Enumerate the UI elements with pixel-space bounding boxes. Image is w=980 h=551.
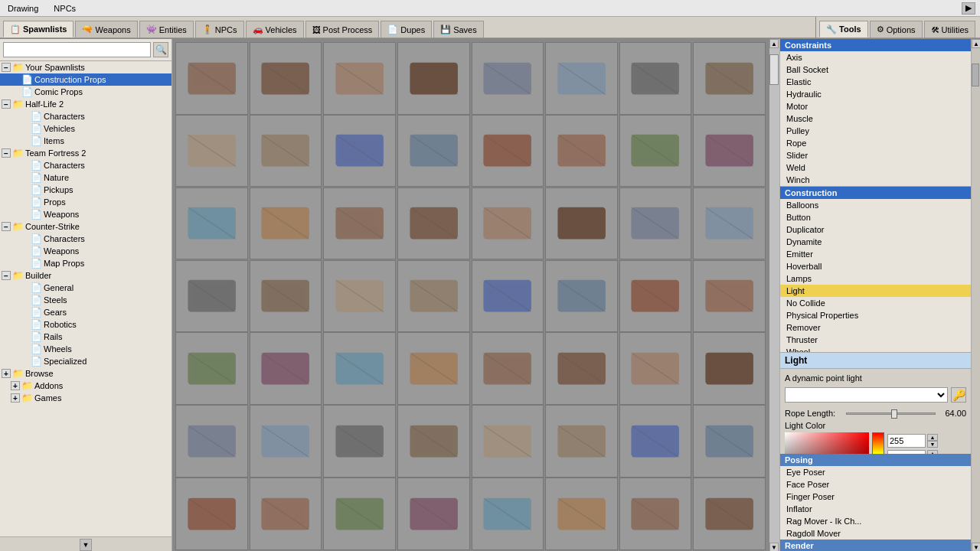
grid-scroll-up[interactable]: ▲ [769, 39, 779, 48]
top-arrow[interactable]: ▶ [962, 2, 975, 15]
tree-item-builder-wheels[interactable]: 📄Wheels [0, 343, 172, 355]
prop-item[interactable] [323, 187, 396, 260]
light-dropdown[interactable] [785, 387, 948, 403]
tree-toggle-browse[interactable]: + [2, 369, 11, 378]
tab-weapons[interactable]: 🔫 Weapons [75, 21, 137, 37]
prop-item[interactable] [619, 42, 692, 115]
search-button[interactable]: 🔍 [153, 42, 168, 57]
tree-item-builder[interactable]: −📁Builder [0, 269, 172, 282]
tab-options[interactable]: ⚙ Options [870, 21, 923, 37]
posing-item-finger-poser[interactable]: Finger Poser [780, 491, 971, 503]
prop-item[interactable] [397, 260, 470, 333]
right-scrollbar[interactable]: ▲ ▼ [971, 39, 980, 551]
constraint-item-pulley[interactable]: Pulley [780, 125, 971, 137]
prop-item[interactable] [175, 260, 248, 333]
tree-item-your-spawnlists[interactable]: −📁Your Spawnlists [0, 61, 172, 73]
prop-item[interactable] [472, 187, 544, 260]
tree-item-half-life-2[interactable]: −📁Half-Life 2 [0, 98, 172, 110]
prop-item[interactable] [545, 260, 618, 333]
construction-item-no-collide[interactable]: No Collide [780, 297, 971, 309]
posing-item-inflator[interactable]: Inflator [780, 503, 971, 515]
tree-toggle-addons[interactable]: + [11, 381, 20, 390]
menu-drawing[interactable]: Drawing [5, 2, 41, 15]
tree-item-tf2-characters[interactable]: 📄Characters [0, 159, 172, 171]
prop-item[interactable] [175, 405, 248, 478]
tree-item-team-fortress-2[interactable]: −📁Team Fortress 2 [0, 147, 172, 159]
constraint-item-muscle[interactable]: Muscle [780, 112, 971, 125]
search-input[interactable] [3, 42, 151, 57]
rgb-r-up[interactable]: ▲ [927, 434, 938, 441]
constraint-item-elastic[interactable]: Elastic [780, 76, 971, 88]
prop-item[interactable] [472, 405, 544, 478]
prop-item[interactable] [250, 405, 322, 478]
prop-item[interactable] [323, 405, 396, 478]
tree-item-hl2-vehicles[interactable]: 📄Vehicles [0, 122, 172, 135]
prop-item[interactable] [619, 478, 692, 550]
prop-item[interactable] [693, 405, 766, 478]
tree-item-hl2-characters[interactable]: 📄Characters [0, 110, 172, 122]
tree-item-comic-props[interactable]: 📄Comic Props [0, 86, 172, 98]
prop-item[interactable] [250, 478, 322, 550]
constraint-item-hydraulic[interactable]: Hydraulic [780, 88, 971, 100]
prop-item[interactable] [323, 478, 396, 550]
rgb-r-input[interactable] [887, 434, 926, 448]
tab-tools[interactable]: 🔧 Tools [819, 21, 868, 37]
prop-item[interactable] [397, 478, 470, 550]
prop-item[interactable] [397, 332, 470, 405]
prop-item[interactable] [397, 405, 470, 478]
construction-item-thruster[interactable]: Thruster [780, 334, 971, 346]
right-scroll-up[interactable]: ▲ [972, 39, 980, 48]
prop-item[interactable] [397, 42, 470, 115]
constraint-item-ball-socket[interactable]: Ball Socket [780, 64, 971, 76]
prop-item[interactable] [175, 115, 248, 187]
prop-item[interactable] [472, 332, 544, 405]
constraint-item-motor[interactable]: Motor [780, 100, 971, 112]
constraint-item-winch[interactable]: Winch [780, 174, 971, 186]
construction-item-wheel[interactable]: Wheel [780, 346, 971, 352]
prop-item[interactable] [323, 115, 396, 187]
tab-entities[interactable]: 👾 Entities [139, 21, 194, 37]
construction-item-remover[interactable]: Remover [780, 321, 971, 334]
construction-item-physical-properties[interactable]: Physical Properties [780, 309, 971, 321]
tree-item-builder-general[interactable]: 📄General [0, 282, 172, 294]
prop-item[interactable] [472, 115, 544, 187]
prop-item[interactable] [693, 187, 766, 260]
prop-item[interactable] [545, 478, 618, 550]
construction-item-emitter[interactable]: Emitter [780, 248, 971, 260]
tree-toggle-your-spawnlists[interactable]: − [2, 63, 11, 72]
tree-item-hl2-items[interactable]: 📄Items [0, 135, 172, 147]
prop-item[interactable] [693, 332, 766, 405]
tree-toggle-team-fortress-2[interactable]: − [2, 148, 11, 158]
prop-item[interactable] [323, 42, 396, 115]
prop-item[interactable] [175, 187, 248, 260]
constraint-item-axis[interactable]: Axis [780, 51, 971, 64]
prop-item[interactable] [619, 260, 692, 333]
tab-vehicles[interactable]: 🚗 Vehicles [246, 21, 304, 37]
tab-post-process[interactable]: 🖼 Post Process [305, 21, 380, 37]
tree-item-addons[interactable]: +📁Addons [0, 380, 172, 392]
prop-item[interactable] [693, 260, 766, 333]
prop-item[interactable] [323, 260, 396, 333]
tree-item-tf2-props[interactable]: 📄Props [0, 196, 172, 208]
tree-item-builder-robotics[interactable]: 📄Robotics [0, 318, 172, 331]
prop-item[interactable] [619, 187, 692, 260]
prop-item[interactable] [175, 42, 248, 115]
prop-item[interactable] [323, 332, 396, 405]
tab-dupes[interactable]: 📄 Dupes [381, 21, 432, 37]
tree-item-cs-weapons[interactable]: 📄Weapons [0, 245, 172, 257]
tab-utilities[interactable]: 🛠 Utilities [924, 21, 975, 37]
tree-item-builder-gears[interactable]: 📄Gears [0, 306, 172, 318]
prop-item[interactable] [619, 332, 692, 405]
menu-npcs[interactable]: NPCs [51, 2, 79, 15]
construction-item-balloons[interactable]: Balloons [780, 199, 971, 211]
posing-item-eye-poser[interactable]: Eye Poser [780, 466, 971, 478]
prop-item[interactable] [175, 332, 248, 405]
tree-toggle-counter-strike[interactable]: − [2, 222, 11, 231]
prop-item[interactable] [545, 405, 618, 478]
tree-item-browse[interactable]: +📁Browse [0, 367, 172, 380]
constraint-item-weld[interactable]: Weld [780, 161, 971, 174]
color-hue-bar[interactable] [872, 432, 884, 454]
prop-item[interactable] [472, 260, 544, 333]
tree-toggle-games[interactable]: + [11, 393, 20, 403]
scroll-down-button[interactable]: ▼ [80, 539, 92, 551]
